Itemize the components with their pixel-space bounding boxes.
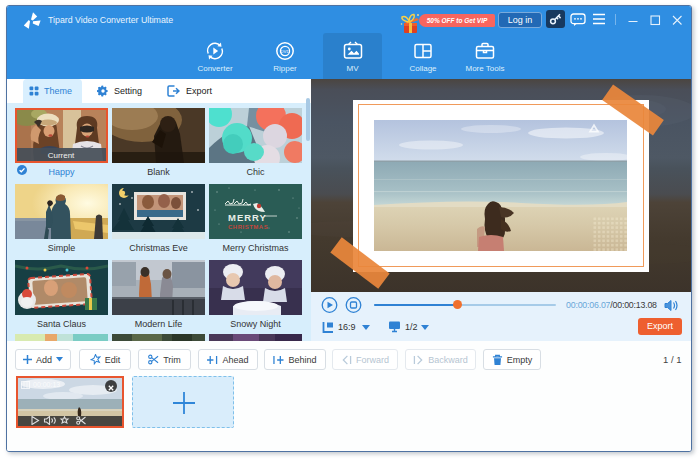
svg-text:MERRY: MERRY — [228, 212, 267, 223]
svg-text:Current: Current — [48, 151, 75, 160]
svg-text:CHRISTMAS: CHRISTMAS — [228, 224, 268, 230]
svg-text:DVD: DVD — [281, 49, 290, 54]
